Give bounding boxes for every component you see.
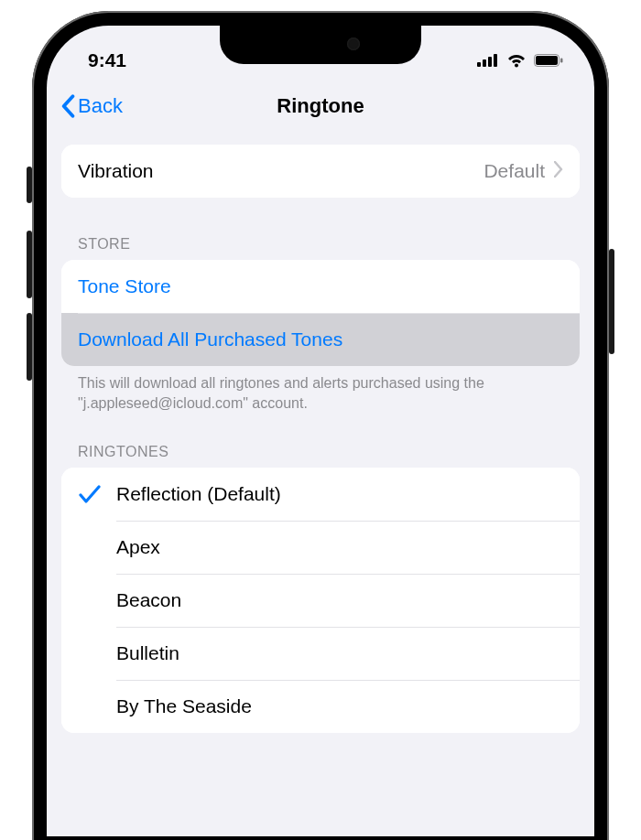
status-time: 9:41 [88, 49, 126, 71]
check-icon [79, 484, 101, 504]
content: Vibration Default STORE Tone Store Downl… [47, 132, 594, 733]
store-group: Tone Store Download All Purchased Tones [61, 260, 580, 366]
tone-store-row[interactable]: Tone Store [61, 260, 580, 313]
vibration-label: Vibration [78, 160, 483, 182]
vibration-group: Vibration Default [61, 145, 580, 198]
ringtone-label: Bulletin [116, 642, 563, 664]
store-footer: This will download all ringtones and ale… [61, 366, 580, 413]
vibration-value: Default [483, 160, 545, 182]
notch [220, 26, 421, 64]
chevron-right-icon [554, 160, 563, 182]
ringtones-group: Reflection (Default)ApexBeaconBulletinBy… [61, 468, 580, 733]
chevron-left-icon [60, 94, 76, 118]
status-indicators [477, 53, 563, 68]
ringtone-row[interactable]: Apex [61, 521, 580, 574]
power-button [609, 249, 614, 354]
volume-up-button [27, 231, 32, 298]
back-label: Back [78, 94, 123, 118]
svg-rect-6 [560, 59, 563, 63]
ringtone-row[interactable]: Bulletin [61, 627, 580, 680]
vibration-row[interactable]: Vibration Default [61, 145, 580, 198]
ringtone-label: Beacon [116, 589, 563, 611]
tone-store-label: Tone Store [78, 275, 171, 297]
ringtone-label: Reflection (Default) [116, 483, 563, 505]
nav-bar: Back Ringtone [47, 81, 594, 132]
ringtone-label: Apex [116, 536, 563, 558]
front-camera [347, 38, 360, 50]
mute-switch [27, 167, 32, 203]
download-all-row[interactable]: Download All Purchased Tones [61, 313, 580, 366]
ringtone-row[interactable]: Reflection (Default) [61, 468, 580, 521]
store-header: STORE [61, 236, 580, 260]
cellular-icon [477, 54, 499, 67]
ringtone-label: By The Seaside [116, 695, 563, 717]
ringtone-row[interactable]: Beacon [61, 574, 580, 627]
ringtones-header: RINGTONES [61, 444, 580, 468]
svg-rect-3 [494, 54, 497, 67]
screen: 9:41 [47, 26, 594, 836]
wifi-icon [506, 53, 527, 68]
battery-icon [534, 54, 563, 67]
volume-down-button [27, 313, 32, 381]
svg-rect-5 [536, 56, 558, 65]
svg-rect-0 [477, 62, 481, 67]
device-frame: 9:41 [32, 11, 609, 840]
page-title: Ringtone [47, 94, 594, 118]
svg-rect-2 [488, 57, 492, 67]
ringtone-row[interactable]: By The Seaside [61, 680, 580, 733]
download-all-label: Download All Purchased Tones [78, 328, 342, 350]
check-slot [76, 484, 103, 504]
svg-rect-1 [483, 59, 486, 67]
back-button[interactable]: Back [60, 94, 123, 118]
